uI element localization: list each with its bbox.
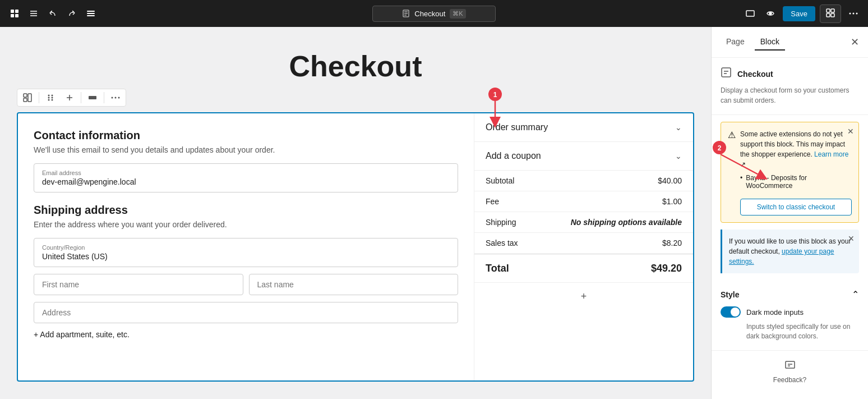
last-name-input[interactable] (249, 274, 459, 295)
feedback-label: Feedback? (773, 376, 806, 384)
page-title-area: Checkout (17, 38, 694, 89)
feedback-button[interactable]: Feedback? (712, 351, 868, 393)
svg-rect-16 (831, 13, 834, 17)
style-section: Style ⌃ Dark mode inputs Inputs styled s… (712, 280, 868, 351)
style-section-header[interactable]: Style ⌃ (721, 289, 859, 300)
svg-rect-6 (87, 15, 95, 16)
svg-point-28 (52, 99, 53, 101)
block-tab[interactable]: Block (755, 34, 785, 51)
page-title-label: Checkout (414, 10, 445, 18)
page-tab[interactable]: Page (721, 34, 750, 51)
sales-tax-row: Sales tax $8.20 (474, 233, 693, 254)
svg-rect-2 (11, 14, 14, 17)
block-type-button[interactable] (19, 90, 36, 105)
warning-icon: ⚠ (728, 130, 736, 140)
svg-point-32 (118, 97, 120, 99)
undo-button[interactable] (45, 6, 61, 21)
order-summary-header[interactable]: Order summary ⌄ (474, 113, 693, 142)
total-row: Total $49.20 (474, 254, 693, 282)
sidebar-close-button[interactable]: ✕ (851, 36, 859, 48)
toolbar-separator-2 (81, 92, 81, 103)
svg-rect-3 (15, 14, 19, 17)
toolbar-separator (39, 92, 39, 103)
dark-mode-label: Dark mode inputs (746, 308, 804, 317)
keyboard-shortcut: ⌘K (450, 9, 465, 19)
view-button[interactable] (763, 6, 778, 21)
align-button[interactable] (84, 90, 101, 105)
svg-point-26 (52, 97, 53, 99)
shipping-section-title: Shipping address (34, 204, 458, 217)
checkout-form: Contact information We'll use this email… (18, 113, 474, 380)
svg-rect-33 (722, 68, 731, 77)
sidebar-header: Page Block ✕ (712, 27, 868, 58)
redo-button[interactable] (64, 6, 80, 21)
toolbar-center: Checkout ⌘K (372, 6, 496, 22)
move-button[interactable] (61, 90, 79, 105)
svg-point-30 (112, 97, 113, 99)
email-value: dev-email@wpengine.local (42, 177, 450, 186)
fee-row: Fee $1.00 (474, 191, 693, 212)
svg-rect-36 (786, 361, 795, 368)
toolbar-right: Save (742, 4, 861, 23)
email-label: Email address (42, 169, 450, 176)
main-layout: Checkout (0, 27, 868, 399)
warning-box: ✕ ⚠ Some active extensions do not yet su… (721, 122, 859, 223)
shipping-row: Shipping No shipping options available (474, 212, 693, 233)
svg-point-25 (48, 97, 50, 99)
svg-rect-22 (24, 98, 27, 102)
settings-button[interactable] (820, 4, 841, 23)
svg-rect-20 (24, 94, 27, 97)
contact-section-desc: We'll use this email to send you details… (34, 145, 458, 154)
svg-point-24 (52, 95, 53, 97)
style-chevron-icon: ⌃ (852, 289, 859, 300)
style-title: Style (721, 290, 739, 299)
address-input[interactable] (34, 302, 458, 323)
shipping-section: Shipping address Enter the address where… (34, 204, 458, 339)
dark-mode-toggle[interactable] (721, 306, 741, 318)
coupon-label: Add a coupon (486, 151, 541, 161)
list-view-button[interactable] (83, 6, 99, 21)
coupon-row[interactable]: Add a coupon ⌄ (474, 142, 693, 171)
update-settings-link[interactable]: update your page settings. (729, 247, 834, 265)
drag-button[interactable] (41, 90, 59, 105)
svg-rect-5 (87, 13, 95, 14)
more-block-options[interactable] (107, 94, 124, 102)
tools-button[interactable] (26, 6, 41, 21)
svg-point-19 (856, 13, 858, 15)
shipping-section-desc: Enter the address where you want your or… (34, 220, 458, 229)
svg-rect-13 (827, 9, 830, 12)
page-selector[interactable]: Checkout ⌘K (372, 6, 496, 22)
dark-mode-toggle-row: Dark mode inputs (721, 306, 859, 318)
warning-text: Some active extensions do not yet suppor… (740, 129, 852, 169)
svg-point-12 (769, 12, 772, 15)
sales-tax-label: Sales tax (486, 239, 518, 247)
toolbar-left (7, 6, 99, 21)
extension-item: Bayna - Deposits for WooCommerce (740, 174, 852, 190)
learn-more-link[interactable]: Learn more (814, 150, 848, 158)
more-options-button[interactable] (846, 9, 861, 18)
country-label: Country/Region (42, 244, 450, 251)
right-sidebar: Page Block ✕ Checkout Display a checkout… (711, 27, 868, 399)
first-name-input[interactable] (34, 274, 243, 295)
svg-rect-0 (11, 10, 14, 13)
email-field-wrapper[interactable]: Email address dev-email@wpengine.local (34, 163, 458, 192)
add-block-icon: + (581, 291, 587, 302)
switch-classic-button[interactable]: Switch to classic checkout (740, 199, 852, 215)
summary-chevron-icon: ⌄ (675, 123, 682, 132)
preview-button[interactable] (742, 6, 758, 21)
country-field-wrapper[interactable]: Country/Region United States (US) (34, 238, 458, 267)
save-button[interactable]: Save (783, 6, 815, 21)
shipping-value: No shipping options available (571, 218, 682, 227)
total-label: Total (486, 263, 509, 274)
add-apartment-link[interactable]: + Add apartment, suite, etc. (34, 330, 458, 339)
add-block-button-summary[interactable]: + (474, 282, 693, 310)
add-block-button[interactable] (7, 6, 22, 21)
warning-close-button[interactable]: ✕ (847, 127, 854, 136)
toolbar-separator-3 (104, 92, 104, 103)
svg-point-27 (48, 99, 50, 101)
total-value: $49.20 (651, 263, 682, 274)
block-info-header: Checkout (721, 67, 859, 81)
svg-point-17 (849, 13, 851, 15)
checkout-block-icon (721, 67, 732, 81)
info-close-button[interactable]: ✕ (848, 234, 855, 243)
